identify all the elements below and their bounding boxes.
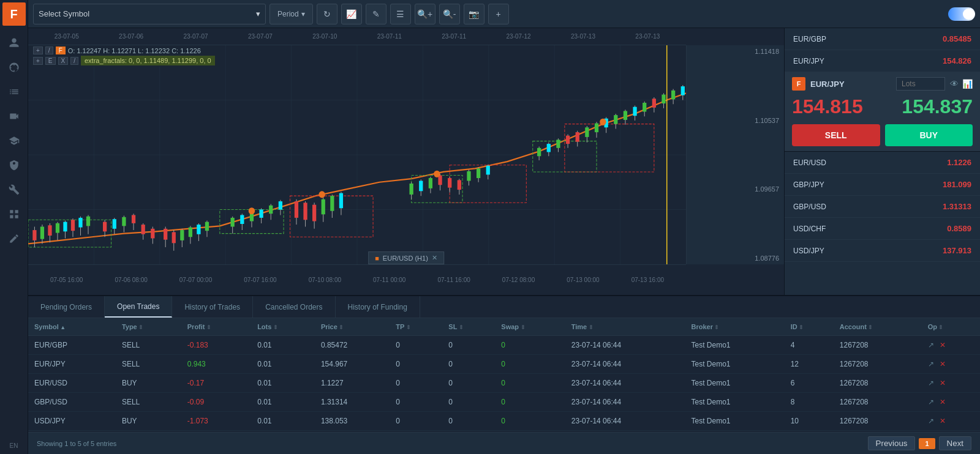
delete-icon[interactable]: ✕ <box>940 417 946 425</box>
period-button[interactable]: Period ▾ <box>270 4 313 24</box>
currency-name-eurjpy-top: EUR/JPY <box>793 57 824 65</box>
svg-rect-122 <box>633 107 636 116</box>
svg-rect-98 <box>477 168 480 178</box>
currency-row-gbpjpy[interactable]: GBP/JPY 181.099 <box>785 174 980 196</box>
edit-icon[interactable]: ↗ <box>928 360 934 368</box>
chart-dates-top: 23-07-05 23-07-06 23-07-07 23-07-07 23-0… <box>28 28 686 45</box>
indicator-close-icon[interactable]: ✕ <box>432 254 437 262</box>
sidebar-item-education[interactable] <box>3 130 25 152</box>
currency-row-eurgbp[interactable]: EUR/GBP 0.85485 <box>785 28 980 50</box>
td-symbol: EUR/GBP <box>28 336 116 355</box>
td-type: SELL <box>116 393 181 412</box>
tab-cancelled-orders[interactable]: Cancelled Orders <box>253 296 335 318</box>
svg-rect-56 <box>197 225 200 234</box>
sidebar-item-video[interactable] <box>3 105 25 127</box>
currency-row-usdchf[interactable]: USD/CHF 0.8589 <box>785 218 980 240</box>
chart-date-7: 23-07-11 <box>421 33 486 40</box>
sidebar-item-user[interactable] <box>3 32 25 54</box>
f-tag[interactable]: F <box>56 47 66 54</box>
td-symbol: GBP/USD <box>28 393 116 412</box>
edit-icon[interactable]: ↗ <box>928 417 934 425</box>
tab-pending-orders[interactable]: Pending Orders <box>28 296 105 318</box>
currency-row-gbpusd[interactable]: GBP/USD 1.31313 <box>785 196 980 218</box>
draw-tool-icon[interactable]: ✎ <box>366 4 386 24</box>
zoom-out-icon[interactable]: 🔍- <box>439 4 460 24</box>
td-price: 0.85472 <box>315 336 390 355</box>
prev-page-button[interactable]: Previous <box>868 436 916 450</box>
currency-row-eurjpy-top[interactable]: EUR/JPY 154.826 <box>785 50 980 72</box>
td-type: BUY <box>116 412 181 431</box>
svg-rect-118 <box>614 115 617 124</box>
slash-tag-2[interactable]: / <box>70 57 78 65</box>
symbol-select[interactable]: Select Symbol ▾ <box>33 4 266 24</box>
toggle-switch[interactable] <box>948 7 975 21</box>
camera-icon[interactable]: 📷 <box>464 4 484 24</box>
eye-icon[interactable]: 👁 <box>950 79 959 89</box>
td-op: ↗ ✕ <box>922 393 980 412</box>
current-page[interactable]: 1 <box>919 438 935 449</box>
sidebar-item-tools[interactable] <box>3 179 25 201</box>
delete-icon[interactable]: ✕ <box>940 360 946 368</box>
tab-history-trades[interactable]: History of Trades <box>172 296 253 318</box>
eurjpy-sell-button[interactable]: SELL <box>792 124 880 146</box>
sidebar-item-mask[interactable] <box>3 154 25 176</box>
th-tp[interactable]: TP <box>390 318 442 336</box>
td-profit: -0.17 <box>181 374 251 393</box>
indicator-icon[interactable]: ☰ <box>390 4 411 24</box>
th-price[interactable]: Price <box>315 318 390 336</box>
time-10: 07-13 16:00 <box>616 277 680 283</box>
eurjpy-lots-input[interactable] <box>896 77 945 91</box>
td-broker: Test Demo1 <box>685 393 784 412</box>
sidebar-item-grid[interactable] <box>3 203 25 225</box>
delete-icon[interactable]: ✕ <box>940 379 946 387</box>
svg-rect-70 <box>279 201 282 209</box>
slash-tag[interactable]: / <box>45 47 53 54</box>
tab-open-trades[interactable]: Open Trades <box>105 296 172 318</box>
eurjpy-buy-price: 154.837 <box>902 95 973 118</box>
tab-history-funding[interactable]: History of Funding <box>336 296 420 318</box>
th-sl[interactable]: SL <box>442 318 495 336</box>
currency-row-usdjpy[interactable]: USD/JPY 137.913 <box>785 240 980 262</box>
line-chart-icon[interactable]: 📈 <box>341 4 362 24</box>
td-swap: 0 <box>495 412 565 431</box>
toggle-track[interactable] <box>948 7 975 21</box>
delete-icon[interactable]: ✕ <box>940 398 946 406</box>
table-header-row: Symbol Type Profit Lots Price TP SL Swap… <box>28 318 980 336</box>
th-type[interactable]: Type <box>116 318 181 336</box>
th-profit[interactable]: Profit <box>181 318 251 336</box>
currency-row-eurusd[interactable]: EUR/USD 1.1226 <box>785 152 980 174</box>
refresh-button[interactable]: ↻ <box>317 4 337 24</box>
th-time[interactable]: Time <box>565 318 685 336</box>
x-tag[interactable]: X <box>58 57 69 65</box>
chart-price-axis: 1.11418 1.10537 1.09657 1.08776 <box>686 45 784 264</box>
td-type: BUY <box>116 374 181 393</box>
add-icon[interactable]: + <box>488 4 509 24</box>
right-panel: EUR/GBP 0.85485 EUR/JPY 154.826 F EUR/JP… <box>784 28 980 295</box>
td-id: 10 <box>785 412 834 431</box>
e-tag[interactable]: E <box>45 57 56 65</box>
th-broker[interactable]: Broker <box>685 318 784 336</box>
sidebar-item-draw[interactable] <box>3 228 25 250</box>
th-op[interactable]: Op <box>922 318 980 336</box>
svg-rect-60 <box>231 218 235 227</box>
edit-icon[interactable]: ↗ <box>928 398 934 406</box>
th-id[interactable]: ID <box>785 318 834 336</box>
th-symbol[interactable]: Symbol <box>28 318 116 336</box>
edit-icon[interactable]: ↗ <box>928 379 934 387</box>
plus-tag[interactable]: + <box>33 47 43 54</box>
edit-icon[interactable]: ↗ <box>928 341 934 349</box>
th-swap[interactable]: Swap <box>495 318 565 336</box>
th-account[interactable]: Account <box>834 318 922 336</box>
eurjpy-buy-button[interactable]: BUY <box>885 124 973 146</box>
sidebar-item-balance[interactable] <box>3 56 25 78</box>
zoom-in-icon[interactable]: 🔍+ <box>415 4 435 24</box>
sidebar-item-chart[interactable] <box>3 81 25 103</box>
table-row: GBP/USD SELL -0.09 0.01 1.31314 0 0 0 23… <box>28 393 980 412</box>
th-lots[interactable]: Lots <box>251 318 315 336</box>
chart-icon[interactable]: 📊 <box>962 79 973 89</box>
table-row: EUR/USD BUY -0.17 0.01 1.1227 0 0 0 23-0… <box>28 374 980 393</box>
next-page-button[interactable]: Next <box>939 436 971 450</box>
plus-tag-2[interactable]: + <box>33 57 43 65</box>
td-swap: 0 <box>495 355 565 374</box>
delete-icon[interactable]: ✕ <box>940 341 946 349</box>
